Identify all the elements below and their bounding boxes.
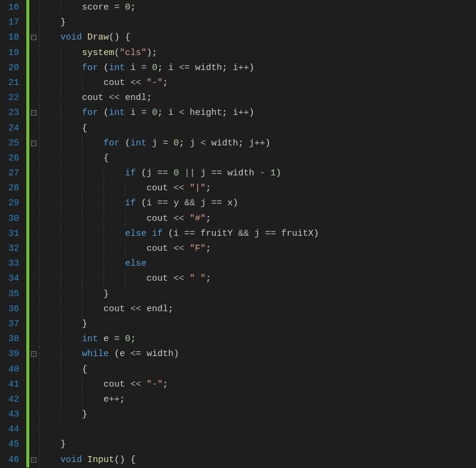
code-line[interactable] <box>39 422 476 437</box>
minus-icon[interactable]: - <box>31 110 36 116</box>
change-indicator <box>26 196 29 211</box>
minus-icon[interactable]: - <box>31 457 36 463</box>
code-line[interactable]: for (int i = 0; i < height; i++) <box>39 105 476 120</box>
change-indicator <box>26 151 29 166</box>
code-line[interactable]: void Draw() { <box>39 30 476 45</box>
code-line[interactable]: while (e <= width) <box>39 347 476 361</box>
code-line[interactable]: } <box>39 317 476 332</box>
gutter-row: 26 <box>0 151 38 166</box>
change-indicator <box>26 121 29 136</box>
gutter-row: 16 <box>0 0 38 15</box>
code-line[interactable]: else <box>39 256 476 271</box>
line-number[interactable]: 16 <box>0 0 26 15</box>
fold-toggle[interactable]: - <box>29 110 38 116</box>
change-indicator <box>26 332 29 347</box>
line-number[interactable]: 22 <box>0 90 26 105</box>
line-number[interactable]: 39 <box>0 347 26 361</box>
line-number[interactable]: 19 <box>0 45 26 60</box>
code-line[interactable]: cout << "-"; <box>39 377 476 392</box>
minus-icon[interactable]: - <box>31 141 36 146</box>
gutter-row: 22 <box>0 90 38 105</box>
code-line[interactable]: cout << "|"; <box>39 181 476 196</box>
code-line[interactable]: { <box>39 151 476 166</box>
change-indicator <box>26 407 29 422</box>
line-number[interactable]: 37 <box>0 317 26 332</box>
code-line[interactable]: else if (i == fruitY && j == fruitX) <box>39 226 476 241</box>
fold-toggle[interactable]: - <box>29 457 38 463</box>
code-line[interactable]: { <box>39 362 476 377</box>
code-line[interactable]: if (i == y && j == x) <box>39 196 476 211</box>
code-line[interactable]: cout << " "; <box>39 271 476 286</box>
line-number[interactable]: 43 <box>0 407 26 422</box>
indent-guides <box>39 362 398 377</box>
line-number[interactable]: 35 <box>0 287 26 302</box>
code-line[interactable]: } <box>39 437 476 452</box>
line-number[interactable]: 34 <box>0 271 26 286</box>
gutter-row: 20 <box>0 60 38 75</box>
line-number[interactable]: 27 <box>0 166 26 181</box>
code-line[interactable]: cout << "F"; <box>39 241 476 256</box>
code-line[interactable]: for (int i = 0; i <= width; i++) <box>39 60 476 75</box>
line-number[interactable]: 36 <box>0 302 26 317</box>
line-number[interactable]: 23 <box>0 105 26 120</box>
gutter-row: 31 <box>0 226 38 241</box>
code-line[interactable]: cout << "-"; <box>39 75 476 90</box>
change-indicator <box>26 256 29 271</box>
line-number[interactable]: 44 <box>0 422 26 437</box>
code-line[interactable]: cout << "#"; <box>39 211 476 226</box>
fold-toggle[interactable]: - <box>29 351 38 357</box>
change-indicator <box>26 302 29 317</box>
minus-icon[interactable]: - <box>31 35 36 40</box>
gutter-row: 29 <box>0 196 38 211</box>
code-area[interactable]: score = 0; } void Draw() { system("cls")… <box>38 0 476 468</box>
fold-toggle[interactable]: - <box>29 141 38 146</box>
code-line[interactable]: } <box>39 407 476 422</box>
line-number[interactable]: 20 <box>0 60 26 75</box>
gutter-row: 34 <box>0 271 38 286</box>
fold-toggle[interactable]: - <box>29 35 38 40</box>
line-number[interactable]: 32 <box>0 241 26 256</box>
line-number[interactable]: 17 <box>0 15 26 30</box>
indent-guides <box>39 317 398 332</box>
line-number[interactable]: 25 <box>0 136 26 151</box>
line-number[interactable]: 45 <box>0 437 26 452</box>
line-number[interactable]: 28 <box>0 181 26 196</box>
code-line[interactable]: } <box>39 15 476 30</box>
line-number[interactable]: 40 <box>0 362 26 377</box>
line-number[interactable]: 24 <box>0 121 26 136</box>
change-indicator <box>26 271 29 286</box>
line-number[interactable]: 38 <box>0 332 26 347</box>
code-line[interactable]: { <box>39 121 476 136</box>
gutter-row: 19 <box>0 45 38 60</box>
code-line[interactable]: if (j == 0 || j == width - 1) <box>39 166 476 181</box>
change-indicator <box>26 90 29 105</box>
gutter-row: 45 <box>0 437 38 452</box>
code-line[interactable]: for (int j = 0; j < width; j++) <box>39 136 476 151</box>
minus-icon[interactable]: - <box>31 351 36 357</box>
line-number[interactable]: 18 <box>0 30 26 45</box>
line-number[interactable]: 29 <box>0 196 26 211</box>
code-line[interactable]: void Input() { <box>39 452 476 467</box>
code-line[interactable]: int e = 0; <box>39 332 476 347</box>
indent-guides <box>39 422 398 437</box>
code-editor[interactable]: 161718-1920212223-2425-26272829303132333… <box>0 0 476 468</box>
gutter-row: 43 <box>0 407 38 422</box>
code-line[interactable]: } <box>39 287 476 302</box>
code-line[interactable]: e++; <box>39 392 476 407</box>
change-indicator <box>26 60 29 75</box>
code-line[interactable]: cout << endl; <box>39 302 476 317</box>
line-number[interactable]: 21 <box>0 75 26 90</box>
line-number[interactable]: 31 <box>0 226 26 241</box>
change-indicator <box>26 377 29 392</box>
code-line[interactable]: score = 0; <box>39 0 476 15</box>
line-number[interactable]: 30 <box>0 211 26 226</box>
line-number[interactable]: 33 <box>0 256 26 271</box>
change-indicator <box>26 45 29 60</box>
code-line[interactable]: cout << endl; <box>39 90 476 105</box>
code-line[interactable]: system("cls"); <box>39 45 476 60</box>
gutter-row: 33 <box>0 256 38 271</box>
line-number[interactable]: 46 <box>0 452 26 467</box>
line-number[interactable]: 42 <box>0 392 26 407</box>
line-number[interactable]: 26 <box>0 151 26 166</box>
line-number[interactable]: 41 <box>0 377 26 392</box>
